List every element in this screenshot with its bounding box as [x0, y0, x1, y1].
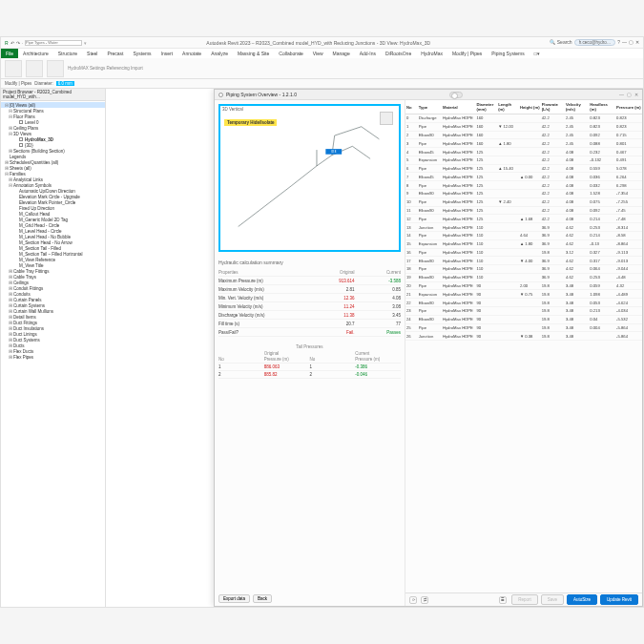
update-revit-button[interactable]: Update Revit: [600, 594, 638, 605]
col-header[interactable]: Headloss (m): [589, 100, 615, 114]
col-header[interactable]: Type: [418, 100, 442, 114]
table-row[interactable]: 15ExpansionHydroMax HDPE110▲ 1.8036.94.6…: [405, 239, 642, 248]
ribbon-tab-dirootsone[interactable]: DiRootsOne: [381, 49, 416, 58]
ribbon-tab-massing-site[interactable]: Massing & Site: [233, 49, 274, 58]
dialog-maximize-icon[interactable]: ▢: [627, 92, 632, 97]
ribbon-tab--[interactable]: □▾: [530, 49, 545, 58]
table-row[interactable]: 2Elbow90HydroMax HDPE16042.22.450.0920.7…: [405, 131, 642, 139]
ribbon-tab-annotate[interactable]: Annotate: [177, 49, 206, 58]
dialog-minimize-icon[interactable]: —: [619, 92, 624, 97]
report-button[interactable]: Report: [511, 594, 538, 605]
table-row[interactable]: 9Elbow90HydroMax HDPE12542.24.081.528-7.…: [405, 190, 642, 198]
export-data-button[interactable]: Export data: [218, 594, 250, 603]
ribbon-tab-modify-pipes[interactable]: Modify | Pipes: [447, 49, 487, 58]
table-row[interactable]: 8PipeHydroMax HDPE12542.24.080.0326.298: [405, 181, 642, 190]
ribbon-tab-systems[interactable]: Systems: [128, 49, 156, 58]
ribbon-tab-add-ins[interactable]: Add-Ins: [355, 49, 381, 58]
col-header[interactable]: Height (m): [519, 100, 541, 114]
table-row[interactable]: 0DischargeHydroMax HDPE16042.22.450.8230…: [405, 114, 642, 123]
ribbon-tab-insert[interactable]: Insert: [156, 49, 178, 58]
qat-area: R ↶ ↷ · ▾: [5, 40, 87, 46]
drawing-canvas[interactable]: Piping System Overview - 1.2.1.0 — ▢ ✕ 3…: [106, 89, 643, 607]
referencing-button[interactable]: [26, 60, 43, 77]
table-row[interactable]: 3PipeHydroMax HDPE160▲ 1.8042.22.450.088…: [405, 139, 642, 148]
ribbon-tabs: FileArchitectureStructureSteelPrecastSys…: [1, 49, 643, 58]
close-icon[interactable]: ✕: [635, 39, 639, 46]
ribbon-tab-architecture[interactable]: Architecture: [18, 49, 53, 58]
table-row[interactable]: 14PipeHydroMax HDPE1104.6436.94.620.214-…: [405, 231, 642, 239]
tree-item[interactable]: ⊞Flex Pipes: [1, 354, 105, 360]
table-row[interactable]: 24Elbow90HydroMax HDPE9019.83.480.04-5.5…: [405, 315, 642, 323]
diameter-value[interactable]: 6.0 mm: [56, 81, 74, 86]
table-row[interactable]: 19Elbow90HydroMax HDPE11036.94.620.253-4…: [405, 273, 642, 281]
ribbon-tab-collaborate[interactable]: Collaborate: [274, 49, 308, 58]
svg-text:ID 8: ID 8: [331, 150, 337, 154]
col-header[interactable]: Length (m): [497, 100, 519, 114]
autosize-button[interactable]: AutoSize: [567, 594, 597, 605]
import-button[interactable]: [47, 60, 64, 77]
ribbon-tab-steel[interactable]: Steel: [82, 49, 102, 58]
table-row[interactable]: 6PipeHydroMax HDPE125▲ 15.4042.24.080.55…: [405, 164, 642, 173]
ribbon-tab-manage[interactable]: Manage: [328, 49, 355, 58]
table-row[interactable]: 23PipeHydroMax HDPE9019.83.480.213-4.034: [405, 306, 642, 315]
table-row[interactable]: 25PipeHydroMax HDPE9019.83.480.004-5.864: [405, 323, 642, 332]
sync-icon[interactable]: ⇄: [421, 596, 428, 604]
table-row[interactable]: 10PipeHydroMax HDPE125▼ 2.4042.24.080.07…: [405, 197, 642, 206]
col-header[interactable]: Pressure (m): [615, 100, 642, 114]
save-button[interactable]: Save: [541, 594, 564, 605]
search-icon[interactable]: 🔍 Search: [550, 39, 571, 46]
table-row[interactable]: 26JunctionHydroMax HDPE90▼ 0.3819.83.48-…: [405, 332, 642, 341]
ribbon-panel-label: HydroMAX Settings Referencing Import: [68, 66, 143, 71]
user-account-pill[interactable]: h.ceco@hydro…: [574, 39, 616, 46]
col-header[interactable]: Material: [442, 100, 475, 114]
ribbon-tab-precast[interactable]: Precast: [102, 49, 128, 58]
ribbon-tab-analyze[interactable]: Analyze: [206, 49, 233, 58]
dialog-title-bar: Piping System Overview - 1.2.1.0 — ▢ ✕: [215, 90, 642, 100]
main-area: Project Browser - R2023_Combined model_H…: [1, 89, 643, 607]
app-window: R ↶ ↷ · ▾ Autodesk Revit 2023 – R2023_Co…: [0, 36, 644, 608]
ribbon-tab-hydromax[interactable]: HydroMax: [416, 49, 447, 58]
ribbon-tab-piping-systems[interactable]: Piping Systems: [487, 49, 529, 58]
ribbon-tab-structure[interactable]: Structure: [53, 49, 82, 58]
table-row[interactable]: 1PipeHydroMax HDPE160▼ 12.0042.22.450.82…: [405, 122, 642, 131]
project-browser-header: Project Browser - R2023_Combined model_H…: [1, 89, 105, 101]
app-title: Autodesk Revit 2023 – R2023_Combined mod…: [87, 40, 550, 46]
refresh-icon[interactable]: ⟳: [409, 596, 417, 604]
col-header[interactable]: No: [405, 100, 418, 114]
maximize-icon[interactable]: ▢: [629, 39, 634, 46]
table-row[interactable]: 18PipeHydroMax HDPE11036.94.620.064-9.04…: [405, 265, 642, 274]
type-selector-input[interactable]: [25, 40, 82, 46]
project-browser-tree[interactable]: ⊟[0] Views (all)⊟Structural Plans⊟Floor …: [1, 101, 105, 607]
table-row[interactable]: 11Elbow90HydroMax HDPE12542.24.080.092-7…: [405, 206, 642, 215]
table-row[interactable]: 20PipeHydroMax HDPE902.0019.83.480.0594.…: [405, 281, 642, 290]
minimize-icon[interactable]: —: [622, 39, 627, 46]
ribbon-tab-file[interactable]: File: [1, 49, 18, 58]
table-row[interactable]: 16PipeHydroMax HDPE11019.83.120.327-9.11…: [405, 248, 642, 257]
help-icon[interactable]: ?: [617, 39, 620, 46]
dialog-title-text: Piping System Overview - 1.2.1.0: [226, 92, 297, 97]
qat-undo-icon[interactable]: ↶: [10, 40, 14, 46]
window-controls: 🔍 Search h.ceco@hydro… ? — ▢ ✕: [550, 39, 639, 46]
col-header[interactable]: Flowrate (L/s): [541, 100, 565, 114]
table-row[interactable]: 7Elbow45HydroMax HDPE125▲ 0.0042.24.080.…: [405, 173, 642, 181]
table-row[interactable]: 21ExpansionHydroMax HDPE90▼ 0.7519.83.48…: [405, 290, 642, 299]
dialog-close-icon[interactable]: ✕: [634, 92, 638, 97]
table-row[interactable]: 17Elbow90HydroMax HDPE110▼ 4.0036.94.620…: [405, 257, 642, 265]
dialog-toggle[interactable]: [449, 92, 463, 98]
table-row[interactable]: 22Elbow90HydroMax HDPE9019.83.480.053-4.…: [405, 299, 642, 307]
ribbon-panel: HydroMAX Settings Referencing Import: [1, 58, 643, 79]
col-header[interactable]: Velocity (m/s): [565, 100, 589, 114]
qat-redo-icon[interactable]: ↷: [16, 40, 20, 46]
title-bar: R ↶ ↷ · ▾ Autodesk Revit 2023 – R2023_Co…: [1, 37, 643, 49]
table-row[interactable]: 12PipeHydroMax HDPE125▲ 1.6842.24.080.21…: [405, 215, 642, 223]
table-row[interactable]: 5ExpansionHydroMax HDPE12542.24.08-0.132…: [405, 156, 642, 164]
filter-icon[interactable]: ☰: [499, 596, 507, 604]
ribbon-tab-view[interactable]: View: [308, 49, 328, 58]
table-row[interactable]: 13JunctionHydroMax HDPE11036.94.620.253-…: [405, 223, 642, 232]
hydromax-settings-button[interactable]: [5, 60, 22, 77]
3d-preview-viewer[interactable]: 3D Vertical Temporary Hide/Isolate: [218, 104, 401, 252]
col-header[interactable]: Diameter (mm): [475, 100, 497, 114]
pipe-data-table[interactable]: NoTypeMaterialDiameter (mm)Length (m)Hei…: [405, 100, 642, 592]
back-button[interactable]: Back: [253, 594, 272, 603]
table-row[interactable]: 4Elbow45HydroMax HDPE12542.24.080.2320.4…: [405, 148, 642, 156]
